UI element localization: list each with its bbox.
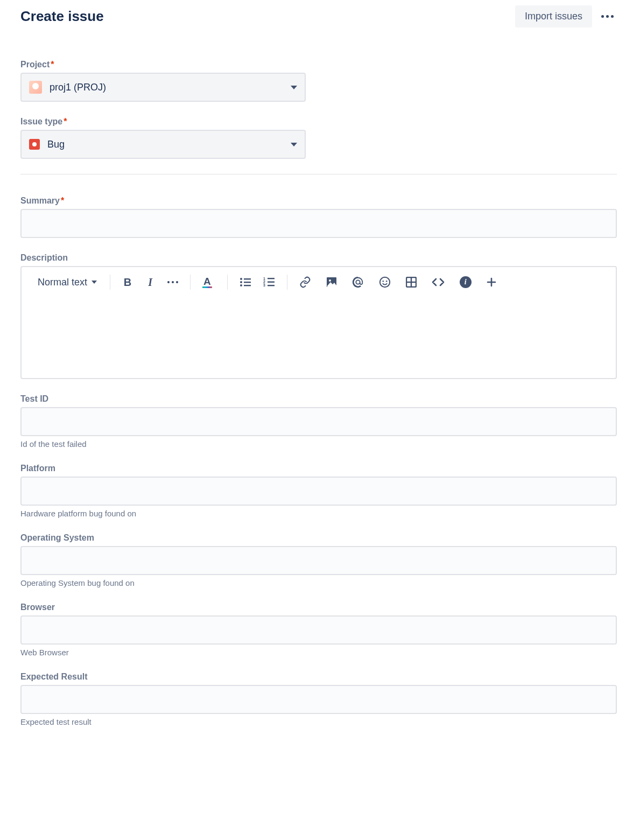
create-issue-modal: Create issue Import issues Project* proj… [4, 0, 633, 726]
emoji-button[interactable] [377, 274, 393, 291]
svg-point-16 [386, 281, 388, 282]
svg-point-2 [240, 281, 242, 283]
test-id-field: Test ID Id of the test failed [20, 394, 617, 449]
numbered-list-button[interactable]: 1 2 3 [261, 274, 277, 291]
svg-rect-9 [268, 282, 275, 283]
link-icon [299, 276, 311, 288]
bold-icon: B [124, 276, 131, 289]
project-field: Project* proj1 (PROJ) [20, 60, 617, 102]
svg-point-15 [382, 281, 384, 282]
mention-icon [352, 276, 364, 288]
toolbar-separator [190, 275, 191, 290]
browser-label: Browser [20, 603, 55, 612]
test-id-input[interactable] [20, 407, 617, 436]
project-avatar-icon [29, 81, 42, 94]
expected-result-help: Expected test result [20, 717, 617, 726]
browser-help: Web Browser [20, 648, 617, 657]
expected-result-field: Expected Result Expected test result [20, 672, 617, 726]
modal-header: Create issue Import issues [20, 5, 617, 27]
svg-rect-7 [268, 278, 275, 279]
bullet-list-icon [240, 277, 251, 288]
toolbar-separator [110, 275, 110, 290]
italic-button[interactable]: I [143, 274, 158, 291]
svg-point-4 [240, 284, 242, 286]
issue-type-select-value: Bug [47, 139, 65, 150]
plus-icon [487, 277, 496, 287]
text-color-icon: A [202, 276, 212, 288]
platform-input[interactable] [20, 477, 617, 506]
code-button[interactable] [430, 274, 447, 291]
summary-label: Summary* [20, 196, 64, 206]
numbered-list-icon: 1 2 3 [263, 277, 275, 288]
test-id-label: Test ID [20, 394, 48, 404]
expected-result-label: Expected Result [20, 672, 87, 682]
browser-input[interactable] [20, 615, 617, 645]
svg-rect-5 [244, 285, 251, 286]
svg-point-0 [240, 278, 242, 280]
bullet-list-button[interactable] [237, 274, 254, 291]
more-icon [601, 15, 614, 18]
browser-field: Browser Web Browser [20, 603, 617, 657]
chevron-down-icon [291, 86, 297, 89]
toolbar-separator [287, 275, 287, 290]
svg-point-13 [329, 279, 331, 282]
issue-type-field: Issue type* Bug [20, 117, 617, 159]
table-icon [406, 277, 417, 288]
svg-rect-11 [268, 285, 275, 286]
required-asterisk: * [51, 60, 54, 69]
text-color-button[interactable]: A [200, 274, 217, 291]
text-style-dropdown[interactable]: Normal text [38, 277, 100, 288]
more-icon [167, 281, 178, 283]
toolbar-separator [227, 275, 228, 290]
more-actions-button[interactable] [597, 7, 617, 26]
svg-rect-1 [244, 278, 251, 279]
link-button[interactable] [297, 274, 313, 291]
description-editor: Normal text B I A [20, 266, 617, 379]
description-textarea[interactable] [22, 297, 616, 378]
os-field: Operating System Operating System bug fo… [20, 533, 617, 587]
os-help: Operating System bug found on [20, 578, 617, 587]
chevron-down-icon [291, 143, 297, 146]
os-input[interactable] [20, 546, 617, 575]
summary-field: Summary* [20, 196, 617, 238]
image-icon [326, 277, 337, 288]
test-id-help: Id of the test failed [20, 439, 617, 449]
import-issues-button[interactable]: Import issues [515, 5, 592, 27]
bold-button[interactable]: B [120, 274, 135, 291]
project-select[interactable]: proj1 (PROJ) [20, 73, 306, 102]
bug-icon [29, 139, 40, 150]
info-icon: i [460, 276, 472, 288]
more-formatting-button[interactable] [165, 274, 180, 291]
os-label: Operating System [20, 533, 94, 543]
info-button[interactable]: i [458, 274, 474, 291]
required-asterisk: * [61, 196, 64, 205]
description-field: Description Normal text B I A [20, 253, 617, 379]
platform-help: Hardware platform bug found on [20, 509, 617, 518]
insert-more-button[interactable] [484, 274, 501, 291]
header-actions: Import issues [515, 5, 617, 27]
summary-input[interactable] [20, 209, 617, 238]
project-label: Project* [20, 60, 54, 69]
description-label: Description [20, 253, 68, 263]
table-button[interactable] [404, 274, 419, 291]
expected-result-input[interactable] [20, 685, 617, 714]
platform-label: Platform [20, 464, 55, 473]
svg-point-14 [380, 277, 390, 287]
chevron-down-icon [92, 281, 97, 284]
project-select-value: proj1 (PROJ) [50, 82, 106, 93]
svg-text:3: 3 [263, 283, 265, 287]
page-title: Create issue [20, 8, 104, 25]
editor-toolbar: Normal text B I A [22, 267, 616, 297]
italic-icon: I [148, 276, 152, 289]
issue-type-label: Issue type* [20, 117, 67, 127]
section-divider [20, 174, 617, 174]
emoji-icon [379, 276, 391, 288]
required-asterisk: * [64, 117, 67, 126]
text-style-label: Normal text [38, 277, 87, 288]
platform-field: Platform Hardware platform bug found on [20, 464, 617, 518]
svg-rect-3 [244, 282, 251, 283]
image-button[interactable] [324, 274, 339, 291]
code-icon [432, 277, 445, 288]
issue-type-select[interactable]: Bug [20, 130, 306, 159]
mention-button[interactable] [350, 274, 366, 291]
